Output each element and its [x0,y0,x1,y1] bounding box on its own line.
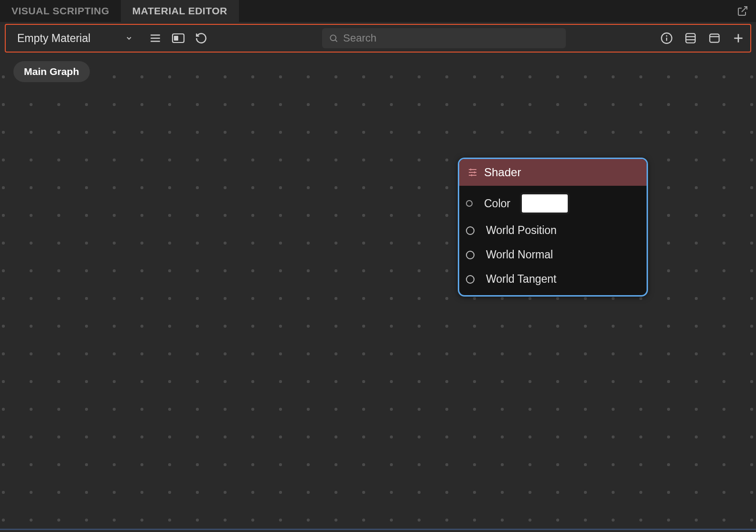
svg-rect-10 [686,33,695,43]
save-button[interactable] [683,31,698,45]
node-canvas[interactable]: Main Graph Shader Color World Position W… [0,53,756,530]
color-swatch[interactable] [522,194,568,213]
input-label-color: Color [484,197,510,210]
window-icon [708,32,721,44]
menu-button[interactable] [148,31,162,45]
chevron-down-icon [125,34,133,42]
svg-point-5 [330,35,336,41]
input-row-color: Color [466,194,640,213]
window-button[interactable] [707,31,722,45]
toolbar: Empty Material [6,25,750,52]
info-button[interactable] [659,31,674,45]
svg-point-9 [666,35,668,37]
plus-icon [732,32,745,44]
refresh-icon [195,32,207,44]
panel-icon [172,32,185,44]
search-input[interactable] [343,32,559,44]
tab-material-editor[interactable]: MATERIAL EDITOR [121,0,239,22]
input-row-world-normal: World Normal [466,248,640,261]
shader-node-body: Color World Position World Normal World … [459,186,647,295]
tab-label: VISUAL SCRIPTING [11,5,109,17]
input-port-world-normal[interactable] [466,251,475,259]
search-icon [329,33,338,43]
shader-node-header[interactable]: Shader [459,159,647,186]
material-dropdown[interactable]: Empty Material [11,28,140,48]
input-port-color[interactable] [466,200,473,207]
input-port-world-position[interactable] [466,226,475,235]
material-name: Empty Material [17,32,90,45]
tab-visual-scripting[interactable]: VISUAL SCRIPTING [0,0,121,22]
info-icon [660,32,673,44]
hamburger-icon [149,32,162,44]
shader-node[interactable]: Shader Color World Position World Normal… [458,158,648,297]
input-row-world-position: World Position [466,224,640,237]
breadcrumb-label: Main Graph [24,66,79,77]
save-icon [684,32,697,44]
svg-line-6 [335,40,337,42]
svg-rect-13 [710,34,719,42]
tab-spacer [239,0,729,22]
tab-label: MATERIAL EDITOR [132,5,227,17]
input-label-world-normal: World Normal [486,248,553,261]
popout-button[interactable] [729,0,756,22]
input-label-world-tangent: World Tangent [486,273,556,286]
svg-rect-4 [174,36,178,41]
toolbar-right [659,31,745,45]
toolbar-highlight: Empty Material [5,24,751,53]
tab-bar: VISUAL SCRIPTING MATERIAL EDITOR [0,0,756,22]
shader-node-title: Shader [484,166,521,179]
external-link-icon [737,5,748,17]
add-button[interactable] [731,31,745,45]
input-port-world-tangent[interactable] [466,275,475,284]
input-row-world-tangent: World Tangent [466,273,640,286]
shader-icon [468,168,477,177]
refresh-button[interactable] [194,31,208,45]
panel-button[interactable] [171,31,185,45]
input-label-world-position: World Position [486,224,557,237]
breadcrumb-main-graph[interactable]: Main Graph [13,61,90,82]
search-field[interactable] [322,28,566,48]
